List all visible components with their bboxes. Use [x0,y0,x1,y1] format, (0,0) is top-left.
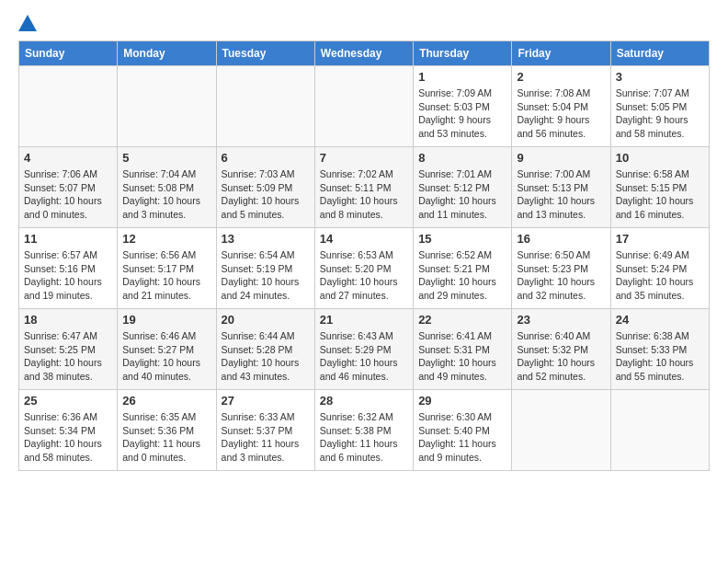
calendar-week-row: 4Sunrise: 7:06 AM Sunset: 5:07 PM Daylig… [19,147,710,228]
day-number: 7 [320,151,408,165]
calendar-cell: 29Sunrise: 6:30 AM Sunset: 5:40 PM Dayli… [414,390,512,471]
calendar-cell: 26Sunrise: 6:35 AM Sunset: 5:36 PM Dayli… [118,390,216,471]
day-info: Sunrise: 7:06 AM Sunset: 5:07 PM Dayligh… [24,167,112,222]
column-header-wednesday: Wednesday [314,41,413,66]
calendar-week-row: 1Sunrise: 7:09 AM Sunset: 5:03 PM Daylig… [19,66,710,147]
day-number: 27 [222,394,310,408]
calendar-cell: 15Sunrise: 6:52 AM Sunset: 5:21 PM Dayli… [414,228,512,309]
calendar-cell [19,66,118,147]
day-info: Sunrise: 6:58 AM Sunset: 5:15 PM Dayligh… [616,167,704,222]
day-info: Sunrise: 7:09 AM Sunset: 5:03 PM Dayligh… [418,86,506,141]
day-info: Sunrise: 6:53 AM Sunset: 5:20 PM Dayligh… [320,248,408,303]
day-number: 9 [517,151,605,165]
day-info: Sunrise: 7:08 AM Sunset: 5:04 PM Dayligh… [517,86,605,141]
day-number: 28 [320,394,408,408]
day-info: Sunrise: 6:43 AM Sunset: 5:29 PM Dayligh… [320,329,408,384]
column-header-monday: Monday [118,41,216,66]
calendar-cell [314,66,413,147]
day-number: 10 [616,151,704,165]
calendar-cell: 4Sunrise: 7:06 AM Sunset: 5:07 PM Daylig… [19,147,118,228]
calendar-cell: 18Sunrise: 6:47 AM Sunset: 5:25 PM Dayli… [19,309,118,390]
day-info: Sunrise: 6:36 AM Sunset: 5:34 PM Dayligh… [24,410,112,465]
calendar-cell: 23Sunrise: 6:40 AM Sunset: 5:32 PM Dayli… [512,309,610,390]
column-header-sunday: Sunday [19,41,118,66]
day-info: Sunrise: 6:52 AM Sunset: 5:21 PM Dayligh… [418,248,506,303]
day-number: 18 [24,313,112,327]
day-number: 25 [24,394,112,408]
logo-triangle-icon [18,15,37,31]
day-info: Sunrise: 7:00 AM Sunset: 5:13 PM Dayligh… [517,167,605,222]
column-header-thursday: Thursday [414,41,512,66]
day-info: Sunrise: 6:54 AM Sunset: 5:19 PM Dayligh… [222,248,310,303]
day-info: Sunrise: 6:32 AM Sunset: 5:38 PM Dayligh… [320,410,408,465]
calendar-cell: 13Sunrise: 6:54 AM Sunset: 5:19 PM Dayli… [216,228,314,309]
column-header-saturday: Saturday [610,41,709,66]
calendar-cell: 22Sunrise: 6:41 AM Sunset: 5:31 PM Dayli… [414,309,512,390]
day-number: 11 [24,232,112,246]
calendar-cell: 16Sunrise: 6:50 AM Sunset: 5:23 PM Dayli… [512,228,610,309]
calendar-cell: 24Sunrise: 6:38 AM Sunset: 5:33 PM Dayli… [610,309,709,390]
calendar-cell [118,66,216,147]
day-number: 8 [418,151,506,165]
calendar-cell: 3Sunrise: 7:07 AM Sunset: 5:05 PM Daylig… [610,66,709,147]
day-number: 14 [320,232,408,246]
header [18,15,710,31]
calendar-cell: 25Sunrise: 6:36 AM Sunset: 5:34 PM Dayli… [19,390,118,471]
day-number: 17 [616,232,704,246]
day-number: 22 [418,313,506,327]
calendar-cell: 11Sunrise: 6:57 AM Sunset: 5:16 PM Dayli… [19,228,118,309]
calendar-header-row: SundayMondayTuesdayWednesdayThursdayFrid… [19,41,710,66]
day-info: Sunrise: 6:56 AM Sunset: 5:17 PM Dayligh… [122,248,210,303]
column-header-tuesday: Tuesday [216,41,314,66]
day-info: Sunrise: 6:47 AM Sunset: 5:25 PM Dayligh… [24,329,112,384]
calendar-table: SundayMondayTuesdayWednesdayThursdayFrid… [18,40,710,471]
day-info: Sunrise: 7:04 AM Sunset: 5:08 PM Dayligh… [122,167,210,222]
calendar-cell: 7Sunrise: 7:02 AM Sunset: 5:11 PM Daylig… [314,147,413,228]
day-info: Sunrise: 7:03 AM Sunset: 5:09 PM Dayligh… [222,167,310,222]
day-number: 20 [222,313,310,327]
day-number: 23 [517,313,605,327]
logo-blue-text [18,15,40,31]
calendar-cell: 21Sunrise: 6:43 AM Sunset: 5:29 PM Dayli… [314,309,413,390]
day-info: Sunrise: 6:30 AM Sunset: 5:40 PM Dayligh… [418,410,506,465]
day-info: Sunrise: 6:57 AM Sunset: 5:16 PM Dayligh… [24,248,112,303]
day-number: 29 [418,394,506,408]
column-header-friday: Friday [512,41,610,66]
calendar-cell: 8Sunrise: 7:01 AM Sunset: 5:12 PM Daylig… [414,147,512,228]
calendar-cell: 14Sunrise: 6:53 AM Sunset: 5:20 PM Dayli… [314,228,413,309]
calendar-cell: 6Sunrise: 7:03 AM Sunset: 5:09 PM Daylig… [216,147,314,228]
day-info: Sunrise: 6:49 AM Sunset: 5:24 PM Dayligh… [616,248,704,303]
day-info: Sunrise: 6:46 AM Sunset: 5:27 PM Dayligh… [122,329,210,384]
calendar-cell: 5Sunrise: 7:04 AM Sunset: 5:08 PM Daylig… [118,147,216,228]
calendar-cell: 2Sunrise: 7:08 AM Sunset: 5:04 PM Daylig… [512,66,610,147]
day-info: Sunrise: 7:02 AM Sunset: 5:11 PM Dayligh… [320,167,408,222]
calendar-cell: 28Sunrise: 6:32 AM Sunset: 5:38 PM Dayli… [314,390,413,471]
day-number: 21 [320,313,408,327]
logo [18,15,40,31]
calendar-cell: 12Sunrise: 6:56 AM Sunset: 5:17 PM Dayli… [118,228,216,309]
day-number: 2 [517,70,605,84]
day-number: 15 [418,232,506,246]
calendar-cell: 19Sunrise: 6:46 AM Sunset: 5:27 PM Dayli… [118,309,216,390]
day-number: 19 [122,313,210,327]
calendar-cell: 1Sunrise: 7:09 AM Sunset: 5:03 PM Daylig… [414,66,512,147]
calendar-cell: 10Sunrise: 6:58 AM Sunset: 5:15 PM Dayli… [610,147,709,228]
day-number: 6 [222,151,310,165]
day-info: Sunrise: 7:01 AM Sunset: 5:12 PM Dayligh… [418,167,506,222]
day-info: Sunrise: 6:33 AM Sunset: 5:37 PM Dayligh… [222,410,310,465]
calendar-cell: 20Sunrise: 6:44 AM Sunset: 5:28 PM Dayli… [216,309,314,390]
day-number: 13 [222,232,310,246]
calendar-cell [610,390,709,471]
day-info: Sunrise: 6:50 AM Sunset: 5:23 PM Dayligh… [517,248,605,303]
calendar-cell: 17Sunrise: 6:49 AM Sunset: 5:24 PM Dayli… [610,228,709,309]
day-number: 26 [122,394,210,408]
calendar-week-row: 25Sunrise: 6:36 AM Sunset: 5:34 PM Dayli… [19,390,710,471]
day-number: 4 [24,151,112,165]
day-info: Sunrise: 7:07 AM Sunset: 5:05 PM Dayligh… [616,86,704,141]
day-info: Sunrise: 6:40 AM Sunset: 5:32 PM Dayligh… [517,329,605,384]
day-number: 24 [616,313,704,327]
calendar-cell: 9Sunrise: 7:00 AM Sunset: 5:13 PM Daylig… [512,147,610,228]
calendar-cell [512,390,610,471]
day-number: 5 [122,151,210,165]
calendar-week-row: 11Sunrise: 6:57 AM Sunset: 5:16 PM Dayli… [19,228,710,309]
